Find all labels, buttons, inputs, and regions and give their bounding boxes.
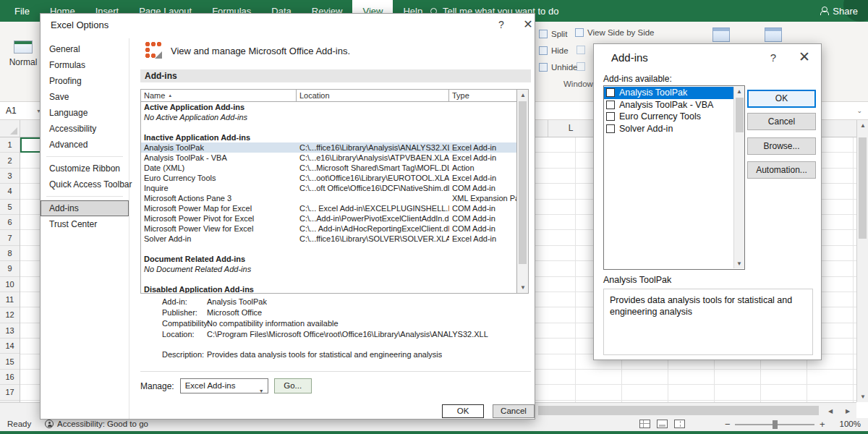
row-header-12[interactable]: 12 <box>0 307 20 323</box>
options-nav-language[interactable]: Language <box>41 105 129 121</box>
formula-bar-collapse-icon[interactable]: ⌄ <box>856 107 862 114</box>
row-header-3[interactable]: 3 <box>0 169 20 184</box>
horizontal-scroll-thumb[interactable] <box>538 406 819 415</box>
select-all-corner[interactable] <box>0 120 20 137</box>
addins-listbox[interactable]: ▲ ▼ Analysis ToolPakAnalysis ToolPak - V… <box>603 85 745 270</box>
row-header-11[interactable]: 11 <box>0 292 20 307</box>
row-header-7[interactable]: 7 <box>0 230 20 245</box>
column-header-name[interactable]: Name ▲ <box>141 90 297 101</box>
options-nav-trust-center[interactable]: Trust Center <box>41 216 129 232</box>
list-scroll-thumb[interactable] <box>736 98 744 132</box>
row-header-2[interactable]: 2 <box>0 153 20 168</box>
options-nav-accessibility[interactable]: Accessibility <box>41 121 129 137</box>
table-scroll-thumb[interactable] <box>519 101 527 264</box>
column-header-type[interactable]: Type <box>449 90 516 101</box>
ribbon-tab-file[interactable]: File <box>4 0 40 22</box>
browse-button[interactable]: Browse... <box>747 137 816 155</box>
table-scroll-down-icon[interactable]: ▼ <box>517 284 529 291</box>
row-header-5[interactable]: 5 <box>0 200 20 215</box>
scroll-right-icon[interactable]: ▶ <box>842 408 854 414</box>
addins-ok-button[interactable]: OK <box>747 90 816 108</box>
close-icon[interactable]: ✕ <box>793 48 815 65</box>
addin-table-row[interactable]: Microsoft Actions Pane 3XML Expansion Pa… <box>141 193 516 203</box>
page-layout-view-icon[interactable] <box>657 420 668 428</box>
zoom-slider-thumb[interactable] <box>773 420 778 429</box>
automation-button[interactable]: Automation... <box>747 161 816 179</box>
addin-name-cell: No Document Related Add-ins <box>141 265 297 273</box>
synchronous-scrolling-icon[interactable] <box>576 46 585 54</box>
addin-table-row[interactable]: Microsoft Power Map for ExcelC:\... Exce… <box>141 203 516 213</box>
row-header-9[interactable]: 9 <box>0 261 20 276</box>
go-button[interactable]: Go... <box>274 378 312 393</box>
addin-table-row[interactable]: Date (XML)C:\...Microsoft Shared\Smart T… <box>141 163 516 173</box>
share-button[interactable]: Share <box>820 0 858 22</box>
addin-table-row[interactable]: Microsoft Power View for ExcelC:\... Add… <box>141 224 516 234</box>
row-header-4[interactable]: 4 <box>0 184 20 199</box>
close-icon[interactable]: ✕ <box>519 17 537 31</box>
row-header-17[interactable]: 17 <box>0 385 20 400</box>
zoom-out-button[interactable]: − <box>725 419 731 430</box>
hide-button[interactable]: Hide <box>539 45 577 56</box>
options-nav-customize-ribbon[interactable]: Customize Ribbon <box>41 161 129 176</box>
unhide-button[interactable]: Unhide <box>539 61 577 72</box>
scroll-left-icon[interactable]: ◀ <box>825 408 836 414</box>
options-nav-formulas[interactable]: Formulas <box>41 57 129 73</box>
row-header-16[interactable]: 16 <box>0 370 20 385</box>
normal-view-shortcut-icon[interactable] <box>639 420 650 428</box>
addin-table-row[interactable]: InquireC:\...oft Office\Office16\DCF\Nat… <box>141 183 516 193</box>
column-header-L[interactable]: L <box>548 120 594 137</box>
options-nav-general[interactable]: General <box>41 41 129 57</box>
addin-list-item-euro-currency-tools[interactable]: Euro Currency Tools <box>604 111 744 123</box>
row-header-10[interactable]: 10 <box>0 277 20 292</box>
addin-list-item-solver-add-in[interactable]: Solver Add-in <box>604 123 744 135</box>
help-icon[interactable]: ? <box>765 51 782 64</box>
help-icon[interactable]: ? <box>493 19 510 30</box>
reset-window-position-icon[interactable] <box>576 62 585 71</box>
scroll-up-icon[interactable]: ▲ <box>857 122 868 129</box>
addin-name-cell: Microsoft Actions Pane 3 <box>141 194 297 203</box>
checkbox-euro-currency-tools[interactable] <box>606 112 615 121</box>
accessibility-status[interactable]: Accessibility: Good to go <box>45 420 148 428</box>
addin-table-row[interactable]: Analysis ToolPakC:\...ffice16\Library\An… <box>141 142 516 153</box>
row-header-13[interactable]: 13 <box>0 323 20 339</box>
addin-list-item-analysis-toolpak-vba[interactable]: Analysis ToolPak - VBA <box>604 99 744 111</box>
checkbox-analysis-toolpak[interactable] <box>606 88 615 97</box>
addin-list-item-analysis-toolpak[interactable]: Analysis ToolPak <box>604 87 744 99</box>
options-nav-add-ins[interactable]: Add-ins <box>41 200 129 216</box>
addin-table-row[interactable]: Euro Currency ToolsC:\...oot\Office16\Li… <box>141 173 516 183</box>
addin-table-row[interactable]: Microsoft Power Pivot for ExcelC:\...Add… <box>141 213 516 224</box>
addins-cancel-button[interactable]: Cancel <box>747 113 816 130</box>
scroll-down-icon[interactable]: ▼ <box>857 393 868 400</box>
vertical-scrollbar[interactable]: ▲ ▼ <box>856 120 868 402</box>
options-nav-quick-access-toolbar[interactable]: Quick Access Toolbar <box>41 176 129 192</box>
options-nav-proofing[interactable]: Proofing <box>41 73 129 89</box>
normal-view-button[interactable]: Normal <box>4 30 42 77</box>
view-shortcuts <box>639 420 685 428</box>
addin-table-row[interactable]: Solver Add-inC:\...ffice16\Library\SOLVE… <box>141 234 516 244</box>
checkbox-solver-add-in[interactable] <box>606 124 615 133</box>
row-header-8[interactable]: 8 <box>0 246 20 261</box>
options-nav-advanced[interactable]: Advanced <box>41 137 129 153</box>
list-scroll-down-icon[interactable]: ▼ <box>733 260 745 267</box>
view-side-by-side-button[interactable]: View Side by Side <box>575 28 654 37</box>
manage-dropdown[interactable]: Excel Add-ins ▼ <box>180 378 268 393</box>
table-scrollbar[interactable]: ▲ ▼ <box>516 90 528 293</box>
row-header-15[interactable]: 15 <box>0 354 20 369</box>
options-cancel-button[interactable]: Cancel <box>493 404 535 418</box>
addin-table-row[interactable]: Analysis ToolPak - VBAC:\...e16\Library\… <box>141 153 516 163</box>
page-break-preview-icon[interactable] <box>674 420 685 428</box>
checkbox-analysis-toolpak-vba[interactable] <box>606 101 615 109</box>
row-header-1[interactable]: 1 <box>0 137 20 153</box>
options-nav-save[interactable]: Save <box>41 89 129 105</box>
vertical-scroll-thumb[interactable] <box>859 137 867 239</box>
zoom-level[interactable]: 100% <box>840 420 861 428</box>
list-scroll-up-icon[interactable]: ▲ <box>733 88 745 95</box>
table-scroll-up-icon[interactable]: ▲ <box>517 92 529 98</box>
split-button[interactable]: Split <box>539 28 577 39</box>
zoom-in-button[interactable]: + <box>820 419 825 430</box>
options-ok-button[interactable]: OK <box>442 404 484 418</box>
row-header-14[interactable]: 14 <box>0 339 20 354</box>
row-header-6[interactable]: 6 <box>0 215 20 230</box>
listbox-scrollbar[interactable]: ▲ ▼ <box>733 87 744 268</box>
column-header-location[interactable]: Location <box>297 90 449 101</box>
